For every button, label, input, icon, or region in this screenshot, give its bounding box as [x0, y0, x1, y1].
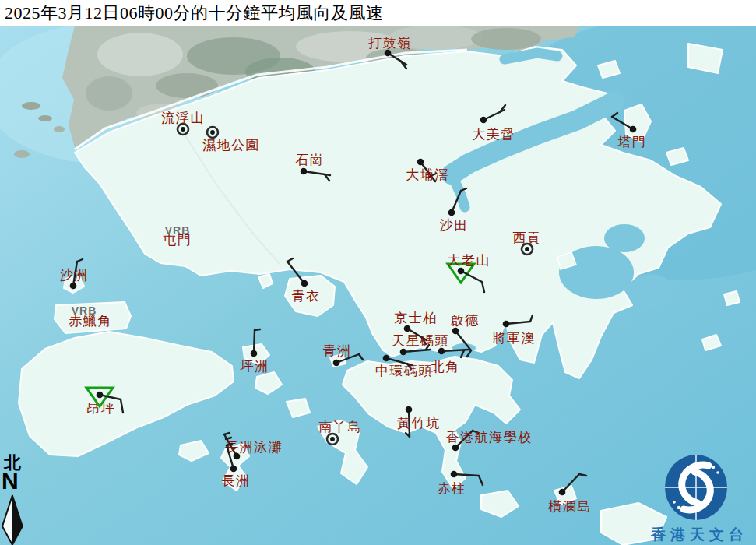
station-dot-icon [333, 360, 340, 367]
wind-barb-icon [254, 330, 255, 353]
station-dot-icon [406, 406, 413, 413]
station-label: 黃竹坑 [397, 416, 441, 431]
station-label: 赤柱 [438, 481, 466, 496]
compass-north-letter: N [2, 468, 19, 494]
station-label: 將軍澳 [492, 331, 536, 346]
station-label: 青洲 [323, 343, 352, 358]
map-title: 2025年3月12日06時00分的十分鐘平均風向及風速 [5, 2, 756, 25]
calm-dot-icon [525, 247, 529, 251]
station-label: 坪洲 [241, 359, 269, 374]
title-bar: 2025年3月12日06時00分的十分鐘平均風向及風速 [0, 0, 756, 26]
station-label: 大美督 [472, 127, 515, 142]
station-label: 長洲 [222, 473, 251, 488]
station-dot-icon [417, 159, 424, 166]
station-dot-icon [630, 126, 637, 133]
station-dot-icon [559, 489, 566, 496]
station-label: 大老山 [447, 253, 491, 268]
station-dot-icon [451, 471, 458, 478]
wind-map-page: 打鼓嶺流浮山濕地公園石崗大美督塔門大埔滘沙田VRB屯門西貢大老山沙洲VRB赤鱲角… [0, 0, 756, 545]
station-dot-icon [448, 209, 455, 216]
calm-dot-icon [330, 437, 335, 441]
station-label: 沙洲 [60, 268, 89, 283]
station-dot-icon [251, 350, 258, 357]
station-label: 北角 [431, 360, 460, 374]
station-dot-icon [503, 321, 510, 328]
station-label: 昂坪 [87, 401, 116, 416]
hko-logo-block: 香港天文台 HONG KONG OBSERVATORY [643, 448, 756, 545]
station-label: 西貢 [513, 230, 542, 245]
station-label: 啟德 [451, 313, 480, 328]
station-dot-icon [301, 280, 308, 287]
starling-inlet [505, 53, 557, 59]
wind-barb-icon [255, 329, 260, 330]
station-dot-icon [70, 283, 77, 290]
station-dot-icon [301, 168, 308, 175]
station-label: 香港航海學校 [446, 430, 533, 445]
station-label: 屯門 [164, 233, 192, 248]
calm-dot-icon [210, 130, 215, 135]
station-dot-icon [458, 268, 465, 275]
station-label: 打鼓嶺 [367, 36, 412, 51]
station-label: 青衣 [292, 289, 321, 304]
station-dot-icon [400, 349, 407, 356]
station-label: 塔門 [617, 135, 647, 149]
station-dot-icon [230, 466, 237, 473]
station-dot-icon [97, 392, 104, 399]
station-label: 天星碼頭 [392, 333, 449, 348]
station-label: 石崗 [296, 153, 325, 167]
station-dot-icon [404, 325, 411, 332]
hko-name-cn: 香港天文台 [643, 525, 756, 545]
station-dot-icon [438, 348, 445, 355]
station-dot-icon [452, 445, 459, 452]
station-label: 沙田 [440, 218, 469, 233]
station-label: 赤鱲角 [69, 314, 112, 329]
calm-dot-icon [181, 127, 185, 132]
station-label: 長洲泳灘 [225, 440, 283, 455]
station-dot-icon [480, 117, 487, 124]
hko-logo-icon [643, 448, 756, 523]
station-dot-icon [383, 355, 390, 362]
station-label: 濕地公園 [202, 138, 260, 153]
station-dot-icon [452, 328, 459, 335]
station-label: 流浮山 [161, 111, 205, 125]
station-label: 京士柏 [394, 311, 438, 325]
station-tuen-mun: VRB屯門 [164, 224, 192, 248]
station-label: 南丫島 [318, 420, 362, 434]
station-label: 橫瀾島 [548, 499, 592, 514]
station-label: 大埔滘 [406, 167, 449, 182]
station-label: 中環碼頭 [375, 364, 433, 378]
